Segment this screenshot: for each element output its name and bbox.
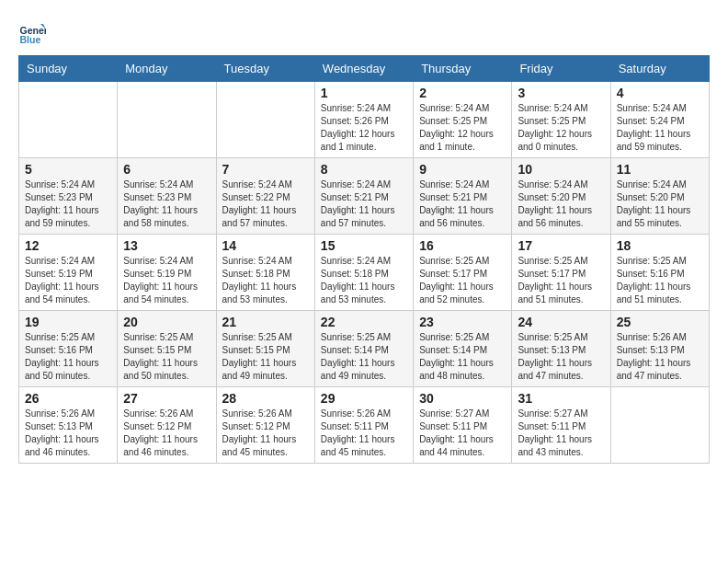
day-number: 23 <box>419 315 506 329</box>
calendar-cell: 23Sunrise: 5:25 AM Sunset: 5:14 PM Dayli… <box>414 311 512 387</box>
day-number: 27 <box>123 391 210 406</box>
day-info: Sunrise: 5:27 AM Sunset: 5:11 PM Dayligh… <box>419 408 506 459</box>
day-info: Sunrise: 5:26 AM Sunset: 5:12 PM Dayligh… <box>123 408 210 459</box>
day-info: Sunrise: 5:25 AM Sunset: 5:14 PM Dayligh… <box>419 331 506 383</box>
calendar-cell: 8Sunrise: 5:24 AM Sunset: 5:21 PM Daylig… <box>314 158 413 235</box>
calendar-cell: 11Sunrise: 5:24 AM Sunset: 5:20 PM Dayli… <box>610 158 709 235</box>
day-info: Sunrise: 5:26 AM Sunset: 5:11 PM Dayligh… <box>321 408 407 459</box>
calendar-cell <box>19 82 118 158</box>
calendar-cell: 31Sunrise: 5:27 AM Sunset: 5:11 PM Dayli… <box>512 387 610 464</box>
day-info: Sunrise: 5:24 AM Sunset: 5:23 PM Dayligh… <box>123 178 210 230</box>
day-info: Sunrise: 5:25 AM Sunset: 5:16 PM Dayligh… <box>617 255 703 306</box>
day-info: Sunrise: 5:25 AM Sunset: 5:13 PM Dayligh… <box>518 331 604 383</box>
calendar: SundayMondayTuesdayWednesdayThursdayFrid… <box>18 55 710 464</box>
calendar-cell: 30Sunrise: 5:27 AM Sunset: 5:11 PM Dayli… <box>414 387 512 464</box>
day-number: 7 <box>222 162 309 177</box>
calendar-cell: 7Sunrise: 5:24 AM Sunset: 5:22 PM Daylig… <box>216 158 314 235</box>
calendar-cell <box>118 82 216 158</box>
calendar-cell: 24Sunrise: 5:25 AM Sunset: 5:13 PM Dayli… <box>512 311 610 387</box>
calendar-cell: 18Sunrise: 5:25 AM Sunset: 5:16 PM Dayli… <box>610 235 709 311</box>
day-number: 15 <box>321 238 407 253</box>
day-number: 17 <box>518 238 604 253</box>
day-number: 24 <box>518 315 604 329</box>
day-info: Sunrise: 5:25 AM Sunset: 5:17 PM Dayligh… <box>518 255 604 306</box>
logo: General Blue <box>18 18 50 46</box>
calendar-cell: 9Sunrise: 5:24 AM Sunset: 5:21 PM Daylig… <box>414 158 512 235</box>
calendar-cell: 2Sunrise: 5:24 AM Sunset: 5:25 PM Daylig… <box>414 82 512 158</box>
day-number: 28 <box>222 391 309 406</box>
day-info: Sunrise: 5:24 AM Sunset: 5:19 PM Dayligh… <box>25 255 111 306</box>
day-info: Sunrise: 5:24 AM Sunset: 5:18 PM Dayligh… <box>321 255 407 306</box>
calendar-cell: 16Sunrise: 5:25 AM Sunset: 5:17 PM Dayli… <box>414 235 512 311</box>
day-info: Sunrise: 5:24 AM Sunset: 5:23 PM Dayligh… <box>25 178 111 230</box>
day-info: Sunrise: 5:26 AM Sunset: 5:13 PM Dayligh… <box>617 331 703 383</box>
day-number: 6 <box>123 162 210 177</box>
calendar-cell: 19Sunrise: 5:25 AM Sunset: 5:16 PM Dayli… <box>19 311 118 387</box>
day-number: 13 <box>123 238 210 253</box>
calendar-cell: 15Sunrise: 5:24 AM Sunset: 5:18 PM Dayli… <box>314 235 413 311</box>
weekday-header-tuesday: Tuesday <box>216 56 314 82</box>
day-info: Sunrise: 5:27 AM Sunset: 5:11 PM Dayligh… <box>518 408 604 459</box>
day-number: 22 <box>321 315 407 329</box>
calendar-cell: 6Sunrise: 5:24 AM Sunset: 5:23 PM Daylig… <box>118 158 216 235</box>
logo-icon: General Blue <box>18 18 46 46</box>
day-info: Sunrise: 5:24 AM Sunset: 5:20 PM Dayligh… <box>518 178 604 230</box>
day-number: 3 <box>518 86 604 100</box>
calendar-cell: 28Sunrise: 5:26 AM Sunset: 5:12 PM Dayli… <box>216 387 314 464</box>
day-info: Sunrise: 5:24 AM Sunset: 5:21 PM Dayligh… <box>419 178 506 230</box>
weekday-header-friday: Friday <box>512 56 610 82</box>
weekday-header-sunday: Sunday <box>19 56 118 82</box>
day-info: Sunrise: 5:24 AM Sunset: 5:25 PM Dayligh… <box>419 102 506 154</box>
day-number: 29 <box>321 391 407 406</box>
calendar-cell: 3Sunrise: 5:24 AM Sunset: 5:25 PM Daylig… <box>512 82 610 158</box>
calendar-cell: 22Sunrise: 5:25 AM Sunset: 5:14 PM Dayli… <box>314 311 413 387</box>
calendar-cell <box>610 387 709 464</box>
day-number: 11 <box>617 162 703 177</box>
calendar-cell: 14Sunrise: 5:24 AM Sunset: 5:18 PM Dayli… <box>216 235 314 311</box>
calendar-cell: 21Sunrise: 5:25 AM Sunset: 5:15 PM Dayli… <box>216 311 314 387</box>
day-info: Sunrise: 5:25 AM Sunset: 5:16 PM Dayligh… <box>25 331 111 383</box>
day-info: Sunrise: 5:24 AM Sunset: 5:22 PM Dayligh… <box>222 178 309 230</box>
page-header: General Blue <box>18 18 710 46</box>
day-number: 31 <box>518 391 604 406</box>
calendar-cell: 1Sunrise: 5:24 AM Sunset: 5:26 PM Daylig… <box>314 82 413 158</box>
calendar-cell: 12Sunrise: 5:24 AM Sunset: 5:19 PM Dayli… <box>19 235 118 311</box>
svg-text:Blue: Blue <box>20 34 41 45</box>
day-number: 1 <box>321 86 407 100</box>
day-number: 8 <box>321 162 407 177</box>
day-info: Sunrise: 5:24 AM Sunset: 5:26 PM Dayligh… <box>321 102 407 154</box>
day-number: 9 <box>419 162 506 177</box>
weekday-header-saturday: Saturday <box>610 56 709 82</box>
day-number: 4 <box>617 86 703 100</box>
day-info: Sunrise: 5:24 AM Sunset: 5:25 PM Dayligh… <box>518 102 604 154</box>
day-number: 25 <box>617 315 703 329</box>
weekday-header-wednesday: Wednesday <box>314 56 413 82</box>
day-number: 19 <box>25 315 111 329</box>
calendar-cell: 29Sunrise: 5:26 AM Sunset: 5:11 PM Dayli… <box>314 387 413 464</box>
day-number: 2 <box>419 86 506 100</box>
weekday-header-monday: Monday <box>118 56 216 82</box>
day-info: Sunrise: 5:24 AM Sunset: 5:19 PM Dayligh… <box>123 255 210 306</box>
day-info: Sunrise: 5:24 AM Sunset: 5:20 PM Dayligh… <box>617 178 703 230</box>
day-info: Sunrise: 5:25 AM Sunset: 5:14 PM Dayligh… <box>321 331 407 383</box>
calendar-cell: 20Sunrise: 5:25 AM Sunset: 5:15 PM Dayli… <box>118 311 216 387</box>
calendar-cell: 26Sunrise: 5:26 AM Sunset: 5:13 PM Dayli… <box>19 387 118 464</box>
calendar-cell: 25Sunrise: 5:26 AM Sunset: 5:13 PM Dayli… <box>610 311 709 387</box>
day-info: Sunrise: 5:26 AM Sunset: 5:13 PM Dayligh… <box>25 408 111 459</box>
calendar-cell: 4Sunrise: 5:24 AM Sunset: 5:24 PM Daylig… <box>610 82 709 158</box>
weekday-header-thursday: Thursday <box>414 56 512 82</box>
day-number: 14 <box>222 238 309 253</box>
day-number: 12 <box>25 238 111 253</box>
day-number: 21 <box>222 315 309 329</box>
day-number: 5 <box>25 162 111 177</box>
day-number: 16 <box>419 238 506 253</box>
calendar-cell: 17Sunrise: 5:25 AM Sunset: 5:17 PM Dayli… <box>512 235 610 311</box>
day-number: 26 <box>25 391 111 406</box>
day-info: Sunrise: 5:24 AM Sunset: 5:21 PM Dayligh… <box>321 178 407 230</box>
day-number: 10 <box>518 162 604 177</box>
day-info: Sunrise: 5:25 AM Sunset: 5:15 PM Dayligh… <box>222 331 309 383</box>
day-info: Sunrise: 5:24 AM Sunset: 5:18 PM Dayligh… <box>222 255 309 306</box>
day-number: 20 <box>123 315 210 329</box>
day-info: Sunrise: 5:24 AM Sunset: 5:24 PM Dayligh… <box>617 102 703 154</box>
calendar-cell: 10Sunrise: 5:24 AM Sunset: 5:20 PM Dayli… <box>512 158 610 235</box>
